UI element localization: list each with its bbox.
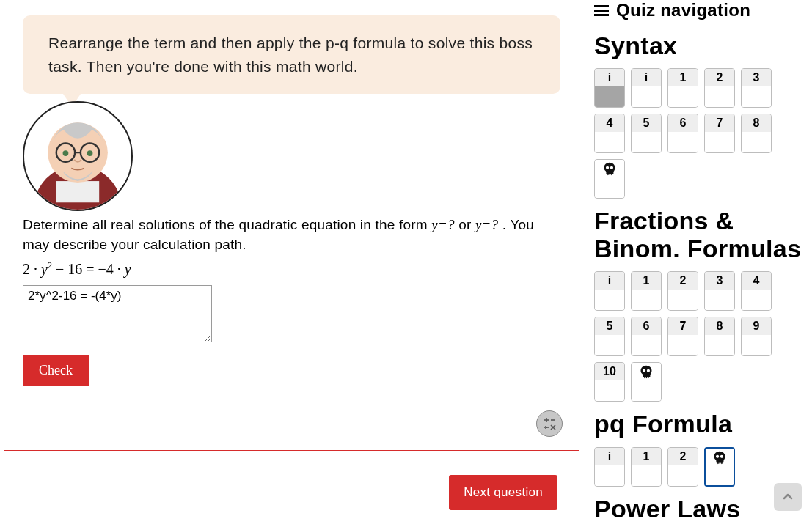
tile-label: 7 bbox=[705, 114, 734, 132]
nav-tile[interactable]: 2 bbox=[667, 271, 698, 311]
tile-label: i bbox=[595, 448, 624, 465]
skull-icon bbox=[595, 160, 624, 177]
tile-label: 7 bbox=[668, 317, 698, 335]
nav-tile[interactable]: 3 bbox=[741, 68, 772, 108]
tile-label: 2 bbox=[668, 448, 698, 465]
chevron-up-icon bbox=[782, 491, 794, 503]
nav-tile[interactable]: 7 bbox=[704, 114, 735, 153]
sidebar: Quiz navigation Syntaxii12345678Fraction… bbox=[587, 0, 812, 527]
svg-point-7 bbox=[87, 150, 93, 156]
tile-label: 4 bbox=[742, 272, 771, 290]
nav-tile[interactable]: 6 bbox=[667, 114, 698, 153]
tile-label: 5 bbox=[595, 317, 624, 335]
nav-tile[interactable]: 4 bbox=[594, 114, 625, 153]
quiz-nav-header: Quiz navigation bbox=[594, 0, 805, 21]
tile-row: i12 bbox=[594, 447, 805, 487]
section-title: Syntax bbox=[594, 32, 805, 59]
nav-tile[interactable]: i bbox=[594, 447, 625, 487]
nav-tile[interactable]: 8 bbox=[704, 317, 735, 356]
tile-row: ii12345678 bbox=[594, 68, 805, 199]
speech-bubble: Rearrange the term and then apply the p-… bbox=[23, 15, 560, 94]
nav-tile[interactable]: 9 bbox=[741, 317, 772, 356]
svg-rect-1 bbox=[56, 181, 99, 202]
nav-tile[interactable]: 3 bbox=[704, 271, 735, 311]
nav-tile[interactable]: i bbox=[631, 68, 662, 108]
tile-label: 8 bbox=[742, 114, 771, 132]
tile-label: 8 bbox=[705, 317, 734, 335]
tile-label: 6 bbox=[632, 317, 661, 335]
tile-label: 2 bbox=[668, 272, 698, 290]
nav-tile[interactable]: 8 bbox=[741, 114, 772, 153]
question-text: Determine all real solutions of the quad… bbox=[23, 215, 560, 254]
nav-tile-boss[interactable] bbox=[704, 447, 735, 487]
nav-tile[interactable]: 4 bbox=[741, 271, 772, 311]
svg-text:÷: ÷ bbox=[544, 424, 547, 431]
tile-label: i bbox=[595, 69, 624, 86]
nav-tile[interactable]: i bbox=[594, 68, 625, 108]
calculator-icon: ÷ bbox=[541, 416, 557, 432]
main-area: Rearrange the term and then apply the p-… bbox=[0, 0, 587, 527]
nav-tile[interactable]: 1 bbox=[631, 271, 662, 311]
calculator-button[interactable]: ÷ bbox=[536, 410, 563, 437]
tile-label: 1 bbox=[668, 69, 698, 86]
nav-tile-boss[interactable] bbox=[631, 362, 662, 402]
tile-label: 1 bbox=[632, 448, 661, 465]
nav-tile[interactable]: 10 bbox=[594, 362, 625, 402]
skull-icon bbox=[632, 363, 661, 380]
tile-label: 3 bbox=[705, 272, 734, 290]
section-title: pq Formula bbox=[594, 410, 805, 438]
tile-label: 9 bbox=[742, 317, 771, 335]
nav-tile[interactable]: 5 bbox=[594, 317, 625, 356]
tile-label: 2 bbox=[705, 69, 734, 86]
tile-row: i12345678910 bbox=[594, 271, 805, 402]
nav-tile[interactable]: 6 bbox=[631, 317, 662, 356]
svg-point-6 bbox=[63, 150, 69, 156]
tile-label: i bbox=[632, 69, 661, 86]
skull-icon bbox=[706, 449, 734, 466]
nav-tile[interactable]: i bbox=[594, 271, 625, 311]
nav-tile[interactable]: 2 bbox=[704, 68, 735, 108]
tile-label: i bbox=[595, 272, 624, 290]
answer-input[interactable] bbox=[23, 285, 212, 342]
nav-tile-boss[interactable] bbox=[594, 159, 625, 199]
avatar bbox=[23, 101, 133, 211]
section-title: Fractions & Binom. Formulas bbox=[594, 207, 805, 262]
equation-display: 2 · y2 − 16 = −4 · y bbox=[23, 260, 560, 278]
nav-tile[interactable]: 5 bbox=[631, 114, 662, 153]
section-title: Power Laws bbox=[594, 495, 805, 523]
tile-label: 3 bbox=[742, 69, 771, 86]
tile-label: 10 bbox=[595, 363, 624, 380]
tile-label: 1 bbox=[632, 272, 661, 290]
speech-text: Rearrange the term and then apply the p-… bbox=[48, 34, 533, 75]
next-question-button[interactable]: Next question bbox=[449, 475, 557, 510]
nav-tile[interactable]: 1 bbox=[631, 447, 662, 487]
tile-label: 4 bbox=[595, 114, 624, 132]
menu-icon[interactable] bbox=[594, 3, 609, 18]
nav-tile[interactable]: 7 bbox=[667, 317, 698, 356]
scroll-top-button[interactable] bbox=[774, 483, 802, 511]
check-button[interactable]: Check bbox=[23, 355, 89, 386]
question-box: Rearrange the term and then apply the p-… bbox=[4, 4, 579, 451]
nav-tile[interactable]: 2 bbox=[667, 447, 698, 487]
nav-tile[interactable]: 1 bbox=[667, 68, 698, 108]
tile-label: 5 bbox=[632, 114, 661, 132]
tile-label: 6 bbox=[668, 114, 698, 132]
